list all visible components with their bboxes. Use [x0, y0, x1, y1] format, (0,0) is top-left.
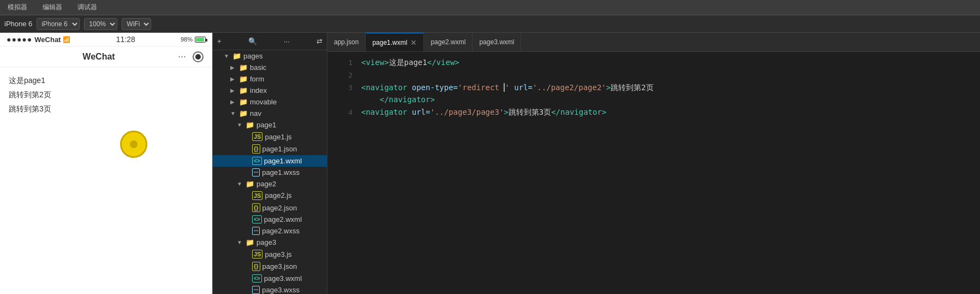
top-toolbar: 模拟器 编辑器 调试器: [0, 0, 980, 15]
page3-arrow: [237, 239, 243, 245]
page2-arrow: [237, 181, 243, 187]
page3-link[interactable]: 跳转到第3页: [9, 104, 204, 114]
toolbar-debugger[interactable]: 调试器: [74, 2, 100, 13]
network-select[interactable]: WiFi 4G: [122, 18, 151, 30]
toolbar-editor[interactable]: 编辑器: [39, 2, 65, 13]
page2-json-label: page2.json: [262, 204, 297, 212]
more-file-icon[interactable]: ···: [284, 37, 290, 45]
tree-form-folder[interactable]: 📁 form: [213, 73, 327, 85]
tree-page2-json[interactable]: {} page2.json: [213, 202, 327, 214]
page3wxss-icon: ···: [252, 286, 260, 294]
phone-content: 这是page1 跳转到第2页 跳转到第3页: [0, 67, 212, 294]
tree-page3-folder[interactable]: 📁 page3: [213, 237, 327, 248]
editor-content[interactable]: 1 <view>这是page1</view> 2 3 <navigator op…: [327, 52, 980, 294]
tree-nav-folder[interactable]: 📁 nav: [213, 108, 327, 119]
pages-arrow: [224, 53, 230, 59]
pages-label: pages: [243, 52, 262, 60]
code-line-3b: </navigator>: [327, 93, 980, 105]
status-right: 98%: [181, 36, 206, 43]
page3js-icon: JS: [252, 250, 262, 258]
page2-wxss-label: page2.wxss: [262, 227, 300, 235]
tree-page2-folder[interactable]: 📁 page2: [213, 178, 327, 190]
page2json-icon: {}: [252, 203, 260, 212]
editor-tabs: app.json page1.wxml ✕ page2.wxml page3.w…: [327, 33, 980, 52]
tab-page1-wxml[interactable]: page1.wxml ✕: [366, 33, 424, 51]
tree-page1-wxml[interactable]: <> page1.wxml: [213, 155, 327, 167]
device-toolbar: iPhone 6 iPhone 6 iPhone X 100% 75% WiFi…: [0, 15, 980, 33]
toggle-file-icon[interactable]: ⇄: [316, 37, 322, 45]
nav-more-icon[interactable]: ···: [178, 51, 186, 62]
page1json-icon: {}: [252, 144, 260, 153]
basic-arrow: [230, 64, 237, 70]
signal-dots: ●●●●●: [7, 35, 32, 44]
tab-app-json[interactable]: app.json: [327, 33, 366, 51]
page3-folder-icon: 📁: [246, 238, 254, 246]
tree-pages-folder[interactable]: 📁 pages: [213, 50, 327, 62]
yellow-circle-decoration: [120, 131, 147, 158]
page3json-icon: {}: [252, 262, 260, 271]
movable-arrow: [230, 99, 237, 105]
page1-wxml-label: page1.wxml: [264, 157, 302, 165]
page3-js-label: page3.js: [265, 250, 291, 258]
toolbar-simulator[interactable]: 模拟器: [4, 2, 31, 13]
code-content-1: <view>这是page1</view>: [361, 56, 971, 68]
tree-page1-js[interactable]: JS page1.js: [213, 131, 327, 143]
tree-page2-wxss[interactable]: ··· page2.wxss: [213, 225, 327, 237]
index-folder-icon: 📁: [239, 86, 248, 95]
phone-nav-bar: WeChat ···: [0, 46, 212, 67]
tree-page1-folder[interactable]: 📁 page1: [213, 119, 327, 131]
code-line-2: 2: [327, 69, 980, 81]
nav-record-icon[interactable]: [193, 51, 204, 62]
code-line-3: 3 <navigator open-type='redirect ' url='…: [327, 81, 980, 94]
tree-movable-folder[interactable]: 📁 movable: [213, 96, 327, 108]
page1js-icon: JS: [252, 132, 262, 141]
page1-json-label: page1.json: [262, 145, 297, 153]
tree-page3-wxml[interactable]: <> page3.wxml: [213, 273, 327, 284]
tab-page2-wxml-label: page2.wxml: [431, 38, 465, 46]
tree-page1-json[interactable]: {} page1.json: [213, 143, 327, 155]
code-line-1: 1 <view>这是page1</view>: [327, 56, 980, 69]
pages-folder-icon: 📁: [232, 52, 241, 60]
tree-page3-wxss[interactable]: ··· page3.wxss: [213, 284, 327, 294]
wifi-icon: 📶: [63, 36, 70, 43]
status-time: 11:28: [116, 35, 135, 44]
page2-folder-icon: 📁: [246, 180, 254, 188]
tab-page3-wxml[interactable]: page3.wxml: [473, 33, 521, 51]
tree-basic-folder[interactable]: 📁 basic: [213, 62, 327, 73]
code-content-3b: </navigator>: [361, 93, 971, 105]
movable-folder-icon: 📁: [239, 98, 248, 106]
page2-folder-label: page2: [256, 180, 276, 188]
nav-record-inner: [195, 54, 201, 60]
basic-label: basic: [250, 63, 266, 72]
page2-link[interactable]: 跳转到第2页: [9, 90, 204, 100]
zoom-select[interactable]: 100% 75%: [84, 18, 117, 30]
code-content-2: [361, 69, 971, 81]
battery-icon: [195, 37, 206, 43]
battery-percent: 98%: [181, 36, 193, 43]
tree-page3-json[interactable]: {} page3.json: [213, 260, 327, 272]
tab-page1-wxml-close[interactable]: ✕: [410, 38, 417, 47]
line-num-3: 3: [336, 83, 352, 94]
device-select[interactable]: iPhone 6 iPhone X: [37, 18, 80, 30]
yellow-inner-dot: [130, 140, 138, 148]
page1-js-label: page1.js: [265, 133, 291, 141]
tree-index-folder[interactable]: 📁 index: [213, 85, 327, 96]
iphone-label: iPhone 6: [4, 20, 32, 28]
page1-folder-label: page1: [256, 121, 276, 129]
tree-page2-js[interactable]: JS page2.js: [213, 190, 327, 202]
tab-page1-wxml-label: page1.wxml: [372, 39, 407, 46]
tree-page3-js[interactable]: JS page3.js: [213, 248, 327, 260]
tab-page2-wxml[interactable]: page2.wxml: [424, 33, 473, 51]
page3-wxss-label: page3.wxss: [262, 286, 300, 294]
form-folder-icon: 📁: [239, 75, 248, 83]
code-content-4: <navigator url='../page3/page3'>跳转到第3页</…: [361, 106, 971, 118]
page1-wxss-label: page1.wxss: [262, 168, 300, 177]
tree-page1-wxss[interactable]: ··· page1.wxss: [213, 167, 327, 178]
code-content-3: <navigator open-type='redirect ' url='..…: [361, 81, 971, 93]
tree-page2-wxml[interactable]: <> page2.wxml: [213, 214, 327, 225]
page3-folder-label: page3: [256, 238, 276, 246]
page2-wxml-label: page2.wxml: [264, 215, 302, 224]
code-line-4: 4 <navigator url='../page3/page3'>跳转到第3页…: [327, 106, 980, 119]
add-file-icon[interactable]: +: [217, 37, 222, 45]
search-file-icon[interactable]: 🔍: [248, 37, 257, 45]
